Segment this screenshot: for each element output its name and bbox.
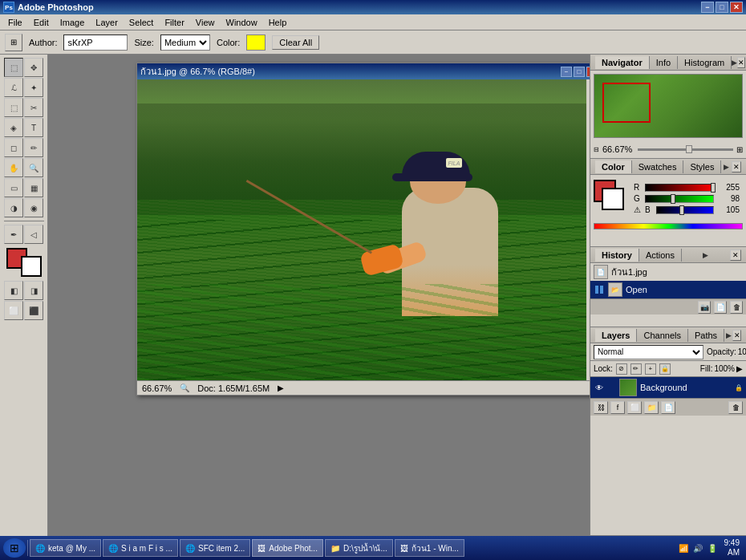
lock-transparent-btn[interactable]: ⊘ <box>616 363 627 375</box>
taskbar-item-1[interactable]: 🌐 keta @ My ... <box>30 539 101 557</box>
tab-navigator[interactable]: Navigator <box>595 56 650 69</box>
screen-mode-2[interactable]: ⬛ <box>24 301 43 320</box>
menu-help[interactable]: Help <box>264 16 292 29</box>
menu-window[interactable]: Window <box>221 16 262 29</box>
b-handle[interactable] <box>679 205 684 215</box>
tool-move[interactable]: ✥ <box>24 58 43 77</box>
tab-color[interactable]: Color <box>595 160 632 173</box>
tool-blur[interactable]: ◉ <box>24 198 43 217</box>
history-item-1[interactable]: 📄 ก้วน1.jpg <box>590 263 746 281</box>
tab-info[interactable]: Info <box>650 56 678 69</box>
screen-mode-1[interactable]: ⬜ <box>4 301 23 320</box>
menu-file[interactable]: File <box>3 16 27 29</box>
layers-close-btn[interactable]: ✕ <box>732 330 741 341</box>
tool-rectangle[interactable]: ▭ <box>4 178 23 197</box>
maximize-button[interactable]: □ <box>716 2 728 13</box>
minimize-button[interactable]: − <box>701 2 714 13</box>
tool-gradient[interactable]: ▦ <box>24 178 43 197</box>
color-close-btn[interactable]: ✕ <box>732 161 741 172</box>
author-input[interactable] <box>63 34 128 51</box>
zoom-slider[interactable] <box>638 148 733 151</box>
tool-crop[interactable]: ⬚ <box>4 98 23 117</box>
menu-filter[interactable]: Filter <box>160 16 189 29</box>
tab-layers[interactable]: Layers <box>595 329 637 342</box>
clear-all-button[interactable]: Clear All <box>272 35 319 50</box>
menu-view[interactable]: View <box>191 16 220 29</box>
layers-menu-btn[interactable]: ▶ <box>724 330 732 341</box>
lock-all-btn[interactable]: 🔒 <box>659 363 671 375</box>
tool-lasso[interactable]: ℒ <box>4 78 23 97</box>
history-item-2[interactable]: 📂 Open <box>590 281 746 298</box>
r-slider[interactable] <box>645 184 714 192</box>
history-delete-btn[interactable]: 🗑 <box>730 301 743 314</box>
add-style-btn[interactable]: f <box>610 401 625 414</box>
menu-layer[interactable]: Layer <box>91 16 123 29</box>
history-new-doc-btn[interactable]: 📄 <box>714 301 727 314</box>
g-slider[interactable] <box>645 195 714 203</box>
blend-mode-select[interactable]: Normal <box>594 345 703 359</box>
color-menu-btn[interactable]: ▶ <box>721 161 731 172</box>
menu-select[interactable]: Select <box>124 16 159 29</box>
tool-eraser[interactable]: ◻ <box>4 138 23 157</box>
fill-arrow[interactable]: ▶ <box>736 364 743 373</box>
navigator-menu-btn[interactable]: ▶ <box>732 57 737 68</box>
tool-brush[interactable]: ✏ <box>24 138 43 157</box>
g-handle[interactable] <box>671 194 675 204</box>
tool-path[interactable]: ◁ <box>24 225 43 244</box>
add-mask-btn[interactable]: ⬜ <box>627 401 642 414</box>
lock-position-btn[interactable]: + <box>645 363 656 375</box>
r-handle[interactable] <box>711 183 716 193</box>
tool-zoom[interactable]: 🔍 <box>24 158 43 177</box>
doc-minimize-btn[interactable]: − <box>561 67 572 77</box>
doc-close-btn[interactable]: ✕ <box>586 67 590 77</box>
tool-type[interactable]: T <box>24 118 43 137</box>
tab-styles[interactable]: Styles <box>683 160 721 173</box>
close-button[interactable]: ✕ <box>730 2 743 13</box>
zoom-handle[interactable] <box>686 145 692 153</box>
history-close-btn[interactable]: ✕ <box>730 250 741 261</box>
size-select[interactable]: Medium <box>160 34 210 51</box>
quick-mask-off[interactable]: ◧ <box>4 281 23 300</box>
b-slider[interactable] <box>656 206 714 214</box>
delete-layer-btn[interactable]: 🗑 <box>728 401 743 414</box>
tool-dodge[interactable]: ◑ <box>4 198 23 217</box>
menu-image[interactable]: Image <box>55 16 90 29</box>
lock-image-btn[interactable]: ✏ <box>630 363 642 375</box>
tool-wand[interactable]: ✦ <box>24 78 43 97</box>
tool-hand[interactable]: ✋ <box>4 158 23 177</box>
zoom-icon: 🔍 <box>180 383 189 392</box>
tab-histogram[interactable]: Histogram <box>678 56 732 69</box>
new-layer-btn[interactable]: 📄 <box>661 401 675 414</box>
color-swatch[interactable] <box>246 34 266 51</box>
taskbar-item-2[interactable]: 🌐 S i a m F i s ... <box>103 539 178 557</box>
new-group-btn[interactable]: 📁 <box>644 401 659 414</box>
tab-channels[interactable]: Channels <box>637 329 687 342</box>
background-color[interactable] <box>21 256 42 277</box>
background-swatch[interactable] <box>602 188 624 210</box>
tool-patch[interactable]: ◈ <box>4 118 23 137</box>
taskbar-item-3[interactable]: 🌐 SFC item 2... <box>180 539 250 557</box>
navigator-close-btn[interactable]: ✕ <box>737 57 745 68</box>
layer-thumb-preview <box>620 379 636 396</box>
tab-swatches[interactable]: Swatches <box>632 160 684 173</box>
start-button[interactable]: ⊞ <box>3 538 26 558</box>
quick-mask-on[interactable]: ◨ <box>24 281 43 300</box>
taskbar-item-5[interactable]: 📁 D:\รูปน้ำ\น้... <box>325 539 393 557</box>
tab-actions[interactable]: Actions <box>639 249 682 262</box>
layer-visibility-btn[interactable]: 👁 <box>594 382 605 393</box>
tool-pen[interactable]: ✒ <box>4 225 23 244</box>
history-new-snapshot-btn[interactable]: 📷 <box>698 301 711 314</box>
color-spectrum[interactable] <box>594 223 743 229</box>
tool-marquee[interactable]: ⬚ <box>4 58 23 77</box>
history-menu-btn[interactable]: ▶ <box>700 250 712 261</box>
status-arrow-right[interactable]: ▶ <box>278 383 284 392</box>
tab-history[interactable]: History <box>595 249 639 262</box>
menu-edit[interactable]: Edit <box>29 16 54 29</box>
taskbar-item-6[interactable]: 🖼 ก้วน1 - Win... <box>395 539 464 557</box>
tab-paths[interactable]: Paths <box>688 329 724 342</box>
layer-row-background[interactable]: 👁 Background 🔒 <box>590 377 746 398</box>
link-layers-btn[interactable]: ⛓ <box>594 401 608 414</box>
doc-maximize-btn[interactable]: □ <box>574 67 585 77</box>
taskbar-item-4[interactable]: 🖼 Adobe Phot... <box>252 539 323 557</box>
tool-slice[interactable]: ✂ <box>24 98 43 117</box>
